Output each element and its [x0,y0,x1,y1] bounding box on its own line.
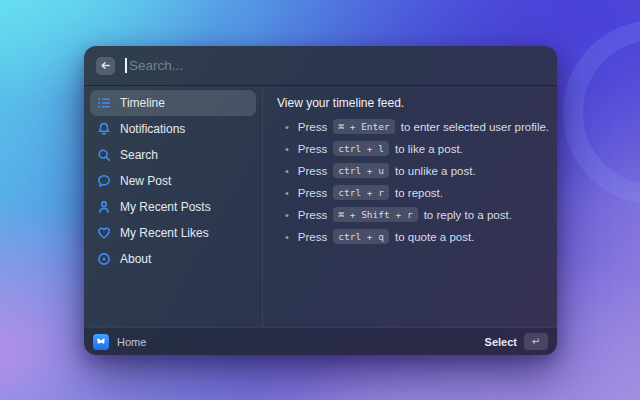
shortcut-description: to enter selected user profile. [401,121,549,133]
shortcut-description: to unlike a post. [395,165,476,177]
shortcut-item: Press ctrl + q to quote a post. [277,229,543,244]
shortcut-keys: ⌘ + Shift + r [333,207,417,222]
sidebar-item-new-post[interactable]: New Post [90,168,256,194]
speech-bubble-icon [97,174,111,188]
shortcut-item: Press ctrl + u to unlike a post. [277,163,543,178]
detail-panel: View your timeline feed. Press ⌘ + Enter… [263,86,557,327]
search-placeholder: Search... [129,58,183,73]
footer-app: Home [93,334,146,350]
shortcut-keys: ⌘ + Enter [333,119,394,134]
shortcut-description: to reply to a post. [424,209,512,221]
sidebar-item-search[interactable]: Search [90,142,256,168]
person-icon [97,200,111,214]
timeline-list-icon [97,96,111,110]
shortcut-description: to quote a post. [395,231,474,243]
main-area: Timeline Notifications Search [84,86,557,327]
shortcut-item: Press ctrl + r to repost. [277,185,543,200]
enter-key-badge: ↵ [524,333,548,350]
bell-icon [97,122,111,136]
bluesky-app-icon [93,334,109,350]
status-bar: Home Select ↵ [84,327,557,355]
sidebar: Timeline Notifications Search [84,86,262,327]
sidebar-item-timeline[interactable]: Timeline [90,90,256,116]
back-button[interactable] [96,57,115,75]
shortcut-keys: ctrl + u [333,163,389,178]
select-label: Select [485,336,517,348]
press-label: Press [298,121,327,133]
shortcut-description: to repost. [395,187,443,199]
select-action[interactable]: Select ↵ [485,333,548,350]
shortcut-keys: ctrl + l [333,141,389,156]
shortcut-description: to like a post. [395,143,463,155]
background-arc-decoration [563,20,640,205]
shortcut-keys: ctrl + q [333,229,389,244]
footer-app-label: Home [117,336,146,348]
sidebar-item-notifications[interactable]: Notifications [90,116,256,142]
sidebar-item-my-recent-likes[interactable]: My Recent Likes [90,220,256,246]
sidebar-item-label: My Recent Likes [120,226,209,240]
press-label: Press [298,209,327,221]
sidebar-item-label: About [120,252,151,266]
back-arrow-icon [100,60,111,71]
shortcut-item: Press ctrl + l to like a post. [277,141,543,156]
detail-heading: View your timeline feed. [277,96,543,110]
text-caret [125,58,127,73]
heart-icon [97,226,111,240]
info-circle-icon [97,252,111,266]
sidebar-item-label: Timeline [120,96,165,110]
sidebar-item-label: Search [120,148,158,162]
press-label: Press [298,187,327,199]
search-icon [97,148,111,162]
press-label: Press [298,165,327,177]
press-label: Press [298,231,327,243]
command-palette-window: Search... Timeline [84,46,557,355]
sidebar-item-label: New Post [120,174,171,188]
sidebar-item-label: My Recent Posts [120,200,211,214]
search-input[interactable]: Search... [125,46,545,85]
shortcut-item: Press ⌘ + Enter to enter selected user p… [277,119,543,134]
shortcut-item: Press ⌘ + Shift + r to reply to a post. [277,207,543,222]
sidebar-item-about[interactable]: About [90,246,256,272]
search-bar: Search... [84,46,557,86]
sidebar-item-my-recent-posts[interactable]: My Recent Posts [90,194,256,220]
shortcut-keys: ctrl + r [333,185,389,200]
press-label: Press [298,143,327,155]
sidebar-item-label: Notifications [120,122,185,136]
